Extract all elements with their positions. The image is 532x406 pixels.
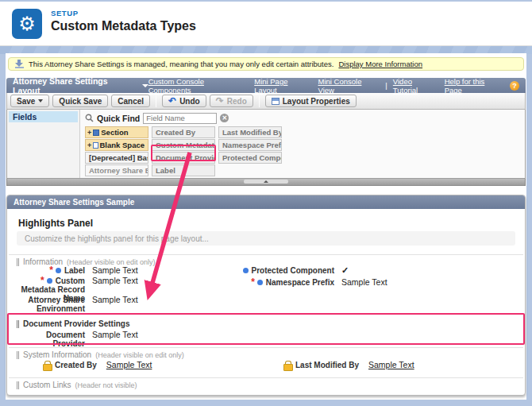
section-grip-icon [17,381,19,389]
palette-item-deprecated-base[interactable]: [Deprecated] Base... [85,152,148,164]
field-row-namespace-prefix[interactable]: *Namespace Prefix Sample Text [241,278,387,287]
system-information-section-header[interactable]: System Information (Header visible on ed… [17,350,184,359]
toolbar-divider [259,95,260,107]
highlights-panel-bar[interactable]: Customize the highlights panel for this … [17,231,515,246]
editor-titlebar: Attorney Share Settings Layout Custom Co… [6,78,526,93]
required-icon: * [40,277,44,284]
undo-button[interactable]: ↶Undo [162,95,206,107]
section-grip-icon [17,320,19,328]
toolbar-divider [156,95,156,107]
lock-icon [43,361,51,369]
undo-icon: ↶ [168,97,176,105]
plus-icon: + [87,128,91,137]
search-icon [85,114,94,122]
checkbox-checked-icon: ✓ [341,266,349,275]
field-palette: Fields Quick Find ✕ +Section +Blank Spac… [6,110,526,179]
managed-package-banner: This Attorney Share Settings is managed,… [8,57,524,71]
palette-main: Quick Find ✕ +Section +Blank Space [Depr… [80,110,525,178]
palette-item-custom-metadata-r[interactable]: Custom Metadata R... [152,139,215,151]
display-more-information-link[interactable]: Display More Information [338,60,422,68]
palette-grid: +Section +Blank Space [Deprecated] Base.… [85,126,525,177]
help-icon[interactable]: ? [510,81,519,91]
palette-item-protected-component[interactable]: Protected Component [218,152,282,164]
redo-button[interactable]: ↷Redo [210,95,253,107]
custom-console-components-link[interactable]: Custom Console Components [148,77,249,95]
section-divider [9,377,523,378]
palette-item-document-provider[interactable]: Document Provider [152,152,215,164]
help-for-this-page-link[interactable]: Help for this Page [445,77,504,95]
splitter-handle-icon[interactable] [244,180,288,184]
palette-item-namespace-prefix[interactable]: Namespace Prefix [218,139,282,151]
setup-header: ⚙ SETUP Custom Metadata Types [0,2,532,46]
field-row-created-by[interactable]: Created By Sample Text [43,361,152,369]
palette-splitter[interactable] [6,179,526,186]
plus-icon: + [87,141,91,150]
section-divider [9,254,523,255]
field-row-last-modified-by[interactable]: Last Modified By Sample Text [283,361,414,369]
required-icon: * [251,279,255,286]
layout-editor: Attorney Share Settings Layout Custom Co… [6,78,526,186]
managed-package-icon [15,60,24,68]
palette-item-created-by[interactable]: Created By [152,126,215,138]
salesforce-setup-screen: ⚙ SETUP Custom Metadata Types This Attor… [0,0,532,406]
banner-message: This Attorney Share Settings is managed,… [29,60,333,68]
save-dropdown-icon[interactable] [38,99,43,102]
link-divider: | [385,81,387,90]
setup-eyebrow: SETUP [51,9,79,17]
mini-console-view-link[interactable]: Mini Console View [318,77,380,95]
field-row-label[interactable]: *Label Sample Text [17,266,138,275]
save-button[interactable]: Save [10,95,49,107]
field-dot-icon [243,268,249,273]
palette-item-attorney-share-en[interactable]: Attorney Share En... [85,164,148,176]
layout-dropdown-icon[interactable] [142,84,148,87]
section-divider [9,347,523,348]
video-tutorial-link[interactable]: Video Tutorial [393,77,439,95]
palette-item-section[interactable]: +Section [85,126,148,138]
palette-column-1: +Section +Blank Space [Deprecated] Base.… [85,126,148,177]
quick-find-input[interactable] [143,113,217,124]
field-row-document-provider[interactable]: Document Provider Sample Text [17,331,138,348]
field-row-protected-component[interactable]: Protected Component ✓ [241,266,349,275]
blank-space-icon [93,142,98,149]
layout-name[interactable]: Attorney Share Settings Layout [13,76,137,95]
field-dot-icon [56,268,61,273]
section-grip-icon [17,258,19,266]
editor-links: Custom Console Components Mini Page Layo… [148,77,519,95]
highlights-panel-title: Highlights Panel [18,218,93,229]
clear-search-icon[interactable]: ✕ [220,114,229,122]
sample-header: Attorney Share Settings Sample [7,195,525,209]
layout-properties-button[interactable]: Layout Properties [265,95,357,107]
custom-links-section-header[interactable]: Custom Links (Header not visible) [17,381,137,389]
palette-column-3: Last Modified By Namespace Prefix Protec… [218,126,282,177]
sample-layout-panel: Attorney Share Settings Sample Highlight… [6,195,526,396]
cancel-button[interactable]: Cancel [111,95,150,107]
palette-column-2: Created By Custom Metadata R... Document… [152,126,215,177]
editor-toolbar: Save Quick Save Cancel ↶Undo ↷Redo Layou… [6,93,526,110]
palette-item-last-modified-by[interactable]: Last Modified By [218,126,282,138]
redo-icon: ↷ [216,97,224,105]
mini-page-layout-link[interactable]: Mini Page Layout [254,77,312,95]
section-icon [93,130,99,136]
content-area: This Attorney Share Settings is managed,… [6,53,526,400]
field-dot-icon [257,280,263,285]
quick-save-button[interactable]: Quick Save [52,95,108,107]
layout-properties-icon [272,98,279,105]
section-grip-icon [17,351,19,359]
lock-icon [283,361,291,369]
required-icon: * [49,267,53,274]
palette-item-blank-space[interactable]: +Blank Space [85,139,148,151]
palette-item-label[interactable]: Label [152,164,215,176]
document-provider-settings-header[interactable]: Document Provider Settings [17,319,129,328]
quick-find-label: Quick Find [97,114,140,123]
setup-gear-icon: ⚙ [12,9,42,39]
field-dot-icon [47,278,52,284]
palette-sidebar: Fields [7,110,80,178]
sidebar-item-fields[interactable]: Fields [9,111,78,122]
quick-find-row: Quick Find ✕ [85,112,525,124]
page-title: Custom Metadata Types [51,19,196,33]
field-row-attorney-share-environment[interactable]: Attorney Share Environment Sample Text [17,296,138,313]
